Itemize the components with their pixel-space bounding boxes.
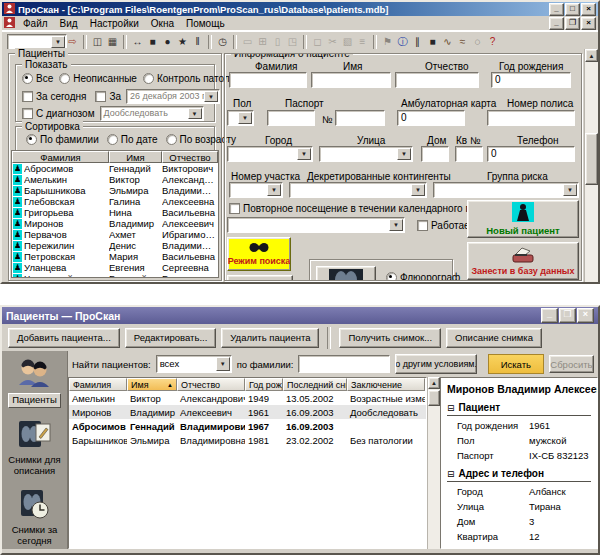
barcode-icon[interactable]: ∥ (410, 34, 425, 50)
name-field[interactable] (311, 72, 391, 88)
patronymic-field[interactable] (395, 72, 479, 88)
passport-number-field[interactable] (335, 110, 385, 126)
table-row[interactable]: ♟ГригорьеваНинаВасильевна (12, 207, 218, 218)
mdi-close-button[interactable]: × (581, 17, 596, 30)
diagnosis-combo[interactable]: Дообследовать▼ (100, 106, 204, 121)
column-header-1[interactable]: Имя (109, 151, 162, 163)
phone-field[interactable]: 0 (487, 146, 575, 162)
fluorograph-radio[interactable]: Флюорограф (386, 272, 460, 281)
new-image-icon[interactable]: ▯ (270, 34, 285, 50)
table-row[interactable]: ♟УланцеваЕвгенияСергеевна (12, 262, 218, 273)
table-row[interactable]: ♟АмелькинВикторАлександрович (12, 174, 218, 185)
menu-Вид[interactable]: Вид (54, 18, 84, 29)
collapse-icon[interactable]: ⊟ (447, 469, 455, 479)
help-icon[interactable]: ? (485, 34, 500, 50)
other-conditions-button[interactable]: по другим условиям... (395, 354, 476, 374)
column-header-4[interactable]: Последний сни... (283, 378, 347, 391)
contingent-combo[interactable]: ▼ (289, 182, 427, 198)
scroll-up-button[interactable]: ▲ (428, 377, 440, 389)
flag-icon[interactable]: ⚑ (380, 34, 395, 50)
scrollbar-thumb[interactable] (428, 390, 440, 406)
new-patient-button[interactable]: Новый пациент (467, 200, 579, 238)
column-header-1[interactable]: Имя▲ (127, 378, 177, 391)
column-header-2[interactable]: Отчество (162, 151, 218, 163)
table-row[interactable]: АмелькинВикторАлександрович194913.05.200… (69, 391, 426, 405)
menu-Настройки[interactable]: Настройки (84, 18, 145, 29)
search-button[interactable]: Искать (488, 354, 544, 374)
table-row[interactable]: ♟МироновВладимирАлексеевич (12, 218, 218, 229)
maximize-button[interactable]: □ (565, 3, 580, 16)
copy-image-icon[interactable]: ⊞ (255, 34, 270, 50)
top-title-bar[interactable]: ПроСкан - [C:\Program Files\RoentgenProm… (2, 2, 598, 16)
actual-size-icon[interactable]: ▭ (240, 34, 255, 50)
house-field[interactable] (421, 146, 449, 162)
bottom-title-bar[interactable]: Пациенты — ПроСкан _❐× (2, 307, 598, 324)
patients-table[interactable]: ФамилияИмяОтчество ♟АбросимовГеннадийВик… (11, 150, 219, 278)
record-icon[interactable]: ● (160, 34, 175, 50)
mdi-minimize-button[interactable]: _ (549, 17, 564, 30)
crop-icon[interactable]: ◳ (285, 34, 300, 50)
menu-Файл[interactable]: Файл (17, 18, 54, 29)
minimize-button[interactable]: _ (549, 3, 564, 16)
details-section-header[interactable]: ⊟Адрес и телефон (447, 468, 591, 482)
close-button[interactable]: × (577, 308, 594, 323)
show-radio-1[interactable]: Неописанные (59, 73, 137, 84)
column-header-0[interactable]: Фамилия (12, 151, 109, 163)
table-row[interactable]: АбросимовГеннадийВладимирович196716.09.2… (69, 419, 426, 433)
repeat-visit-checkbox[interactable]: Повторное посещение в течении календарно… (229, 203, 486, 214)
surname-search-input[interactable] (298, 355, 390, 373)
column-header-2[interactable]: Отчество (177, 378, 245, 391)
close-button[interactable]: × (581, 3, 596, 16)
street-combo[interactable]: ▼ (319, 146, 413, 162)
save-to-db-button[interactable]: Занести в базу данных (467, 242, 579, 280)
search-mode-button[interactable]: Режим поиска (227, 237, 291, 271)
toolbar-button-3[interactable]: Получить снимок... (339, 328, 441, 348)
table-row[interactable]: ♟ПервачовАхметИбрагимович (12, 229, 218, 240)
dropdown-arrow-icon[interactable]: ▼ (389, 219, 403, 231)
dropdown-arrow-icon[interactable]: ▼ (411, 184, 425, 196)
signature-icon[interactable]: ≈ (455, 34, 470, 50)
wave-icon[interactable]: ∿ (440, 34, 455, 50)
select-icon[interactable]: ◻ (310, 34, 325, 50)
results-table-scrollbar[interactable]: ▲ (427, 377, 440, 549)
birth-year-field[interactable]: 0 (491, 72, 571, 88)
table-row[interactable]: ♟ЧашисскийВасилийРоманович (12, 273, 218, 278)
image-icon[interactable]: ▧ (340, 34, 355, 50)
sidebar-item-patients[interactable]: Пациенты (8, 358, 61, 408)
zoom-icon[interactable]: ◌ (470, 34, 485, 50)
dropdown-arrow-icon[interactable]: ▼ (204, 91, 218, 102)
sort-radio-1[interactable]: По дате (107, 134, 158, 145)
clock-icon[interactable]: ◷ (215, 34, 230, 50)
dropdown-arrow-icon[interactable]: ▼ (397, 148, 411, 160)
collapse-icon[interactable]: ⊟ (447, 403, 455, 413)
table-row[interactable]: БарышниковаЭльмираВладимировна198123.02.… (69, 433, 426, 447)
star-icon[interactable]: ★ (175, 34, 190, 50)
minimize-button[interactable]: _ (541, 308, 558, 323)
table-row[interactable]: ♟БарышниковаЭльмираВладимировна (12, 185, 218, 196)
dropdown-arrow-icon[interactable]: ▼ (238, 112, 252, 124)
today-checkbox[interactable]: За сегодня (22, 91, 86, 102)
show-radio-0[interactable]: Все (22, 73, 53, 84)
column-header-3[interactable]: Год рожд... (245, 378, 283, 391)
menu-Окна[interactable]: Окна (145, 18, 180, 29)
toolbar-button-4[interactable]: Описание снимка (446, 328, 542, 348)
table-row[interactable]: ♟ПережилинДенисВладимирович (12, 240, 218, 251)
scrollbar-thumb[interactable] (585, 133, 598, 185)
for-date-checkbox[interactable]: За (95, 91, 121, 102)
apt-field[interactable] (455, 146, 483, 162)
passport-series-field[interactable] (267, 110, 315, 126)
sort-radio-0[interactable]: По фамилии (26, 134, 99, 145)
mdi-restore-button[interactable]: ❐ (565, 17, 580, 30)
xray-image-button[interactable] (316, 266, 376, 281)
dropdown-arrow-icon[interactable]: ▼ (188, 108, 202, 119)
district-combo[interactable]: ▼ (229, 182, 283, 198)
edit-card-button[interactable]: ✎ (227, 275, 293, 281)
sidebar-item-images-today[interactable]: Снимки за сегодня (3, 489, 67, 548)
print-page-icon[interactable]: ▦ (105, 34, 120, 50)
repeat-visit-combo[interactable]: ▼ (227, 217, 405, 233)
fit-width-icon[interactable]: ↔ (130, 34, 145, 50)
column-header-5[interactable]: Заключение (347, 378, 425, 391)
info-icon[interactable]: ⓘ (395, 34, 410, 50)
toolbar-button-0[interactable]: Добавить пациента... (8, 328, 120, 348)
print-preview-icon[interactable]: ◫ (90, 34, 105, 50)
